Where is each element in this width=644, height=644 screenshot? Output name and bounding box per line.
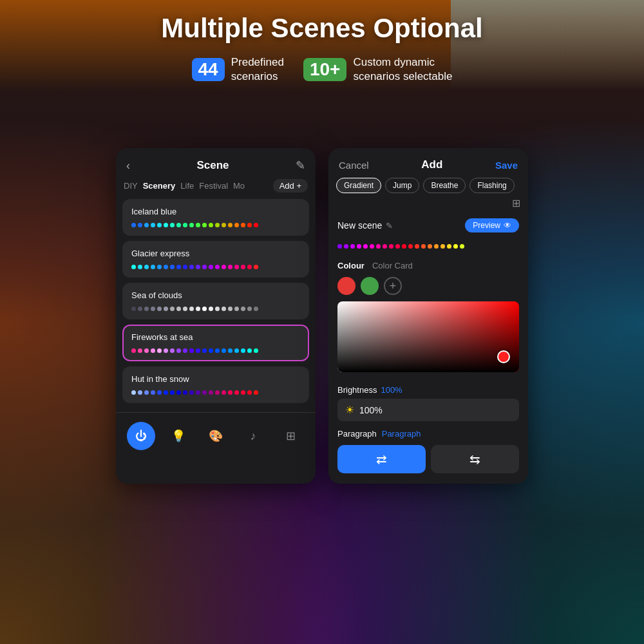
preview-dot	[453, 244, 458, 249]
cancel-button[interactable]: Cancel	[339, 160, 369, 171]
dot	[131, 348, 136, 353]
mode-tab-flashing[interactable]: Flashing	[469, 178, 514, 193]
dot	[138, 390, 142, 395]
sun-icon: ☀	[345, 404, 354, 416]
dot	[176, 390, 181, 395]
dot	[254, 307, 258, 311]
mode-tab-jump[interactable]: Jump	[385, 178, 419, 193]
tab-scenery[interactable]: Scenery	[143, 181, 176, 191]
palette-button[interactable]: 🎨	[202, 422, 230, 450]
scene-add-button[interactable]: Add +	[273, 179, 308, 193]
music-button[interactable]: ♪	[239, 422, 267, 450]
scene-item-name: Sea of clouds	[131, 290, 300, 300]
scene-item-dots	[131, 388, 300, 397]
color-tab-card[interactable]: Color Card	[372, 261, 413, 270]
scene-item[interactable]: Hut in the snow	[122, 366, 309, 403]
save-button[interactable]: Save	[495, 160, 518, 171]
dot	[215, 307, 220, 311]
dot	[247, 265, 252, 269]
light-button[interactable]: 💡	[164, 422, 193, 450]
play-icon-1: ⇄	[376, 451, 387, 467]
dot	[247, 223, 252, 227]
paragraph-value[interactable]: Paragraph	[382, 429, 421, 439]
back-icon[interactable]: ‹	[126, 159, 130, 173]
dot	[228, 307, 232, 311]
dot	[254, 223, 258, 227]
dot	[202, 348, 207, 353]
preview-dot	[395, 244, 400, 249]
dot	[157, 348, 162, 353]
dot	[228, 390, 232, 395]
dot	[151, 265, 155, 269]
dot	[222, 265, 226, 269]
dot	[222, 390, 226, 395]
color-tab-colour[interactable]: Colour	[337, 261, 365, 270]
mode-tab-breathe[interactable]: Breathe	[423, 178, 466, 193]
color-circle[interactable]	[337, 277, 355, 295]
dot	[170, 390, 175, 395]
dot	[215, 265, 220, 269]
dot	[183, 348, 187, 353]
scene-tabs: DIY Scenery Life Festival Mo Add +	[116, 179, 316, 199]
dot	[202, 265, 207, 269]
eye-icon: 👁	[504, 221, 511, 230]
scene-item-name: Hut in the snow	[131, 374, 300, 384]
scene-name-edit-icon[interactable]: ✎	[386, 221, 393, 231]
preview-dot	[460, 244, 464, 249]
preview-dot	[376, 244, 381, 249]
tab-diy[interactable]: DIY	[124, 181, 138, 191]
scene-item[interactable]: Iceland blue	[122, 199, 309, 236]
color-circle[interactable]	[361, 277, 379, 295]
scene-item[interactable]: Sea of clouds	[122, 283, 309, 319]
dot	[138, 265, 142, 269]
play-btn-2[interactable]: ⇆	[431, 445, 519, 473]
dot	[234, 348, 239, 353]
dot	[151, 223, 155, 227]
scene-header: ‹ Scene ✎	[116, 148, 316, 179]
preview-dot	[408, 244, 413, 249]
mode-grid-icon[interactable]: ⊞	[512, 197, 520, 209]
preview-dot	[357, 244, 361, 249]
dot	[215, 390, 220, 395]
power-button[interactable]: ⏻	[127, 422, 155, 450]
dot	[209, 265, 213, 269]
preview-dot	[363, 244, 368, 249]
grid-button[interactable]: ⊞	[276, 422, 305, 450]
edit-icon[interactable]: ✎	[296, 158, 305, 173]
dot	[247, 307, 252, 311]
dot	[222, 307, 226, 311]
mode-tab-gradient[interactable]: Gradient	[336, 178, 381, 193]
color-circles: +	[337, 277, 519, 295]
dot	[183, 390, 187, 395]
color-tabs: Colour Color Card	[337, 261, 519, 270]
preview-button[interactable]: Preview 👁	[465, 218, 519, 232]
color-section: Colour Color Card +	[328, 257, 528, 383]
scene-item-name: Iceland blue	[131, 207, 300, 216]
brightness-input[interactable]: ☀ 100%	[337, 399, 519, 421]
dot	[189, 307, 194, 311]
scene-item[interactable]: Fireworks at sea	[122, 325, 309, 361]
dot	[254, 265, 258, 269]
tab-festival[interactable]: Festival	[199, 181, 228, 191]
play-btn-1[interactable]: ⇄	[337, 445, 426, 473]
preview-dot	[415, 244, 419, 249]
add-color-button[interactable]: +	[384, 277, 402, 295]
tab-mo[interactable]: Mo	[233, 181, 245, 191]
dot	[196, 390, 200, 395]
dot	[241, 265, 245, 269]
phones-container: ‹ Scene ✎ DIY Scenery Life Festival Mo A…	[0, 148, 644, 484]
dot	[151, 307, 155, 311]
dot	[151, 348, 155, 353]
preview-dot	[337, 244, 342, 249]
dot	[189, 223, 194, 227]
new-scene-row: New scene ✎ Preview 👁	[328, 216, 528, 238]
dot	[247, 348, 252, 353]
dot	[215, 223, 220, 227]
dot	[164, 265, 168, 269]
color-picker[interactable]	[337, 301, 519, 372]
scene-item[interactable]: Glacier express	[122, 241, 309, 278]
tab-life[interactable]: Life	[180, 181, 194, 191]
dot	[176, 223, 181, 227]
dot	[241, 348, 245, 353]
dot	[228, 265, 232, 269]
